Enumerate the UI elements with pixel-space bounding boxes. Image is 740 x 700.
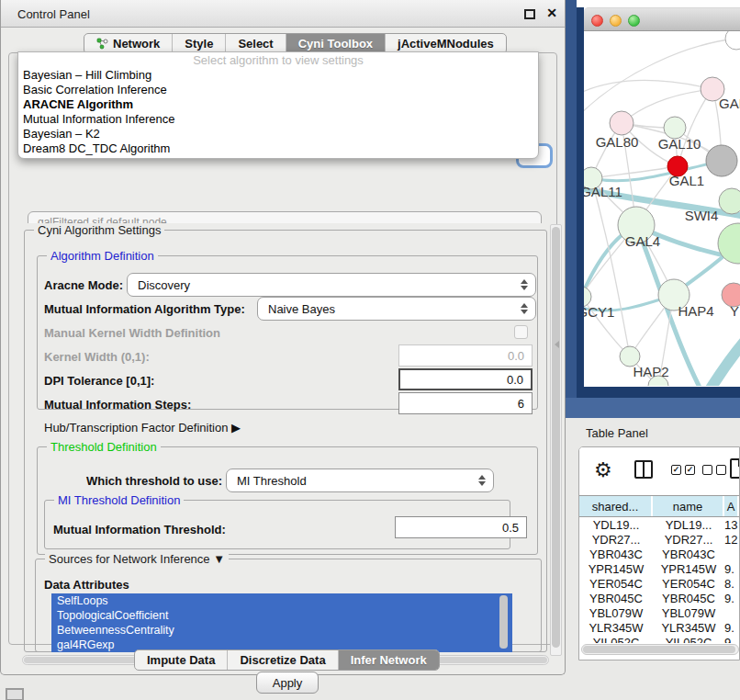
table-row[interactable]: YER054CYER054C8. xyxy=(579,576,739,591)
algorithm-item[interactable]: Dream8 DC_TDC Algorithm xyxy=(18,141,538,156)
table-cell[interactable]: 9. xyxy=(724,561,739,576)
minimized-panel-icon[interactable] xyxy=(6,688,24,700)
network-edge[interactable] xyxy=(622,89,712,123)
columns-icon[interactable] xyxy=(634,460,653,479)
table-cell[interactable] xyxy=(724,547,739,561)
attribute-item[interactable]: BetweennessCentrality xyxy=(51,623,512,638)
mi-type-combo[interactable]: Naive Bayes xyxy=(257,297,536,321)
export-table-icon[interactable] xyxy=(730,458,740,479)
table-cell[interactable]: YER054C xyxy=(579,576,653,591)
table-cell[interactable]: 9 xyxy=(724,635,739,643)
collapse-arrow-icon[interactable]: ▼ xyxy=(213,552,225,566)
table-row[interactable]: YBR043CYBR043C xyxy=(579,547,739,561)
table-cell[interactable]: 13 xyxy=(724,517,739,532)
apply-button[interactable]: Apply xyxy=(256,672,319,694)
close-traffic-light[interactable] xyxy=(591,15,603,27)
control-panel-titlebar[interactable]: Control Panel ✕ xyxy=(1,0,565,28)
table-row[interactable]: YIL052CYIL052C9 xyxy=(579,635,739,643)
table-row[interactable]: YDL19...YDL19...13 xyxy=(579,517,739,532)
table-cell[interactable]: YPR145W xyxy=(653,561,724,576)
table-cell[interactable]: YBL079W xyxy=(653,605,724,620)
network-edge[interactable] xyxy=(703,338,740,386)
table-cell[interactable]: YIL052C xyxy=(653,635,724,643)
table-cell[interactable]: YBR045C xyxy=(653,591,724,605)
tab-jactivemnodules[interactable]: jActiveMNodules xyxy=(385,34,506,53)
table-cell[interactable]: 8. xyxy=(724,576,739,591)
attribute-item[interactable]: TopologicalCoefficient xyxy=(51,608,512,623)
tab-style[interactable]: Style xyxy=(172,34,225,53)
network-node-gal80[interactable] xyxy=(610,111,633,135)
network-canvas[interactable]: GALGAL80GAL10GAL1GAL11SWI4GAL4GCY1HAP4YH… xyxy=(584,31,740,386)
settings-vertical-scrollbar[interactable] xyxy=(550,224,562,656)
table-selector-combo-fragment[interactable]: galFiltered.sif default node xyxy=(28,211,542,223)
column-header-shared-name[interactable]: shared... xyxy=(579,496,653,516)
table-row[interactable]: YBL079WYBL079W xyxy=(579,605,739,620)
table-cell[interactable]: YIL052C xyxy=(579,635,653,643)
network-window-titlebar[interactable] xyxy=(584,7,740,31)
select-all-columns-icon[interactable]: ✓ ✓ xyxy=(671,465,695,475)
table-row[interactable]: YPR145WYPR145W9. xyxy=(579,561,739,576)
manual-kernel-checkbox[interactable] xyxy=(514,325,528,339)
mi-threshold-field[interactable]: 0.5 xyxy=(395,516,527,538)
table-cell[interactable]: YDR27... xyxy=(579,532,653,547)
dpi-tolerance-field[interactable]: 0.0 xyxy=(398,368,533,390)
gear-icon[interactable]: ⚙ xyxy=(594,458,612,482)
tab-cyni-toolbox[interactable]: Cyni Toolbox xyxy=(286,34,385,53)
attributes-scrollbar-thumb[interactable] xyxy=(499,595,508,649)
aracne-mode-combo[interactable]: Discovery xyxy=(127,273,536,297)
tab-network[interactable]: Network xyxy=(84,34,172,53)
aracne-mode-label: Aracne Mode: xyxy=(44,278,123,292)
table-cell[interactable]: 9. xyxy=(724,620,739,635)
minimize-traffic-light[interactable] xyxy=(610,15,622,27)
attribute-item[interactable]: SelfLoops xyxy=(51,593,512,608)
table-cell[interactable]: 9. xyxy=(724,591,739,605)
tab-discretize-data[interactable]: Discretize Data xyxy=(227,650,337,670)
deselect-all-columns-icon[interactable] xyxy=(702,465,726,475)
column-header-clipped[interactable]: A xyxy=(724,496,739,516)
table-cell[interactable]: YDR27... xyxy=(653,532,724,547)
network-edge[interactable] xyxy=(591,166,678,178)
column-header-name[interactable]: name xyxy=(653,496,724,516)
network-node-swi4[interactable] xyxy=(719,188,740,214)
algorithm-item[interactable]: ARACNE Algorithm xyxy=(18,97,538,112)
zoom-traffic-light[interactable] xyxy=(628,15,640,27)
table-cell[interactable]: YBL079W xyxy=(579,605,653,620)
kernel-width-field[interactable]: 0.0 xyxy=(398,344,533,367)
table-cell[interactable]: YPR145W xyxy=(579,561,653,576)
algorithm-item[interactable]: Basic Correlation Inference xyxy=(18,83,538,97)
expand-arrow-icon[interactable]: ▶ xyxy=(231,421,241,435)
table-horizontal-scrollbar-thumb[interactable] xyxy=(583,646,735,653)
which-threshold-combo[interactable]: MI Threshold xyxy=(226,469,494,492)
algorithm-item[interactable]: Bayesian – Hill Climbing xyxy=(18,68,538,83)
table-cell[interactable]: YLR345W xyxy=(653,620,724,635)
tab-infer-network[interactable]: Infer Network xyxy=(338,650,439,670)
table-cell[interactable]: YLR345W xyxy=(579,620,653,635)
table-horizontal-scrollbar[interactable] xyxy=(581,644,739,655)
table-cell[interactable]: YBR043C xyxy=(653,547,724,561)
table-row[interactable]: YBR045CYBR045C9. xyxy=(579,591,739,605)
table-cell[interactable]: YER054C xyxy=(653,576,724,591)
table-cell[interactable]: YBR045C xyxy=(579,591,653,605)
table-cell[interactable]: YDL19... xyxy=(653,517,724,532)
data-attributes-list[interactable]: SelfLoopsTopologicalCoefficientBetweenne… xyxy=(51,593,512,652)
desktop-background-strip xyxy=(566,0,577,418)
table-cell[interactable]: 12 xyxy=(724,532,739,547)
network-node[interactable] xyxy=(725,31,740,50)
sources-title[interactable]: Sources for Network Inference ▼ xyxy=(45,552,229,566)
table-cell[interactable] xyxy=(724,605,739,620)
tab-select[interactable]: Select xyxy=(225,34,285,53)
float-window-icon[interactable] xyxy=(524,9,535,19)
algorithm-item[interactable]: Bayesian – K2 xyxy=(18,127,538,141)
algorithm-item[interactable]: Mutual Information Inference xyxy=(18,112,538,127)
network-node[interactable] xyxy=(706,145,737,176)
splitter-collapse-handle[interactable] xyxy=(555,341,559,348)
close-icon[interactable]: ✕ xyxy=(546,6,557,20)
table-row[interactable]: YLR345WYLR345W9. xyxy=(579,620,739,635)
table-cell[interactable]: YBR043C xyxy=(579,547,653,561)
mi-steps-field[interactable]: 6 xyxy=(398,392,533,414)
table-row[interactable]: YDR27...YDR27...12 xyxy=(579,532,739,547)
settings-vertical-scrollbar-thumb[interactable] xyxy=(552,227,560,648)
tab-impute-data[interactable]: Impute Data xyxy=(135,650,227,670)
table-cell[interactable]: YDL19... xyxy=(579,517,653,532)
hub-definition-label[interactable]: Hub/Transcription Factor Definition ▶ xyxy=(44,421,241,435)
